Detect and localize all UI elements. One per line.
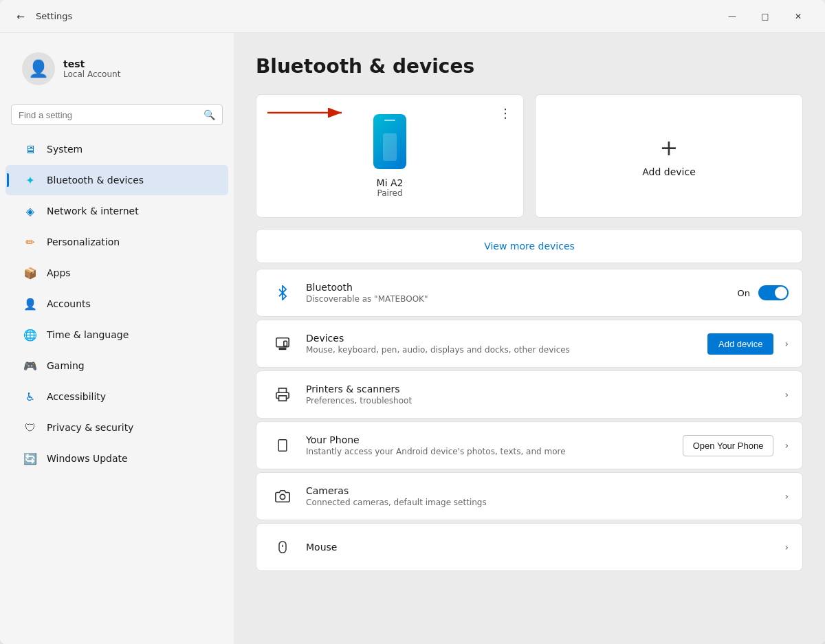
sidebar-label-bluetooth: Bluetooth & devices — [47, 175, 144, 186]
printers-chevron: › — [784, 389, 789, 400]
apps-icon: 📦 — [22, 265, 38, 281]
printers-subtitle: Preferences, troubleshoot — [306, 396, 779, 406]
svg-point-9 — [280, 494, 285, 499]
sidebar-label-personalization: Personalization — [47, 236, 120, 247]
mouse-row[interactable]: Mouse › — [256, 523, 803, 571]
sidebar-item-system[interactable]: 🖥 System — [6, 134, 228, 164]
sidebar-item-bluetooth[interactable]: ✦ Bluetooth & devices — [6, 165, 228, 195]
titlebar: ← Settings — □ ✕ — [0, 0, 825, 33]
time-icon: 🌐 — [22, 326, 38, 343]
bluetooth-setting-text: Bluetooth Discoverable as "MATEBOOK" — [306, 282, 738, 304]
user-profile[interactable]: 👤 test Local Account — [6, 36, 228, 96]
sidebar-item-gaming[interactable]: 🎮 Gaming — [6, 351, 228, 381]
add-icon: + — [660, 135, 679, 161]
mouse-chevron: › — [784, 542, 789, 553]
settings-window: ← Settings — □ ✕ 👤 test Local Account — [0, 0, 825, 644]
page-title: Bluetooth & devices — [256, 55, 803, 78]
search-box[interactable]: 🔍 — [11, 104, 223, 125]
bluetooth-toggle[interactable] — [758, 285, 789, 300]
open-phone-button[interactable]: Open Your Phone — [683, 435, 774, 456]
search-input[interactable] — [19, 110, 204, 120]
camera-icon — [270, 484, 295, 509]
cameras-chevron: › — [784, 491, 789, 502]
back-button[interactable]: ← — [11, 7, 30, 26]
phone-chevron: › — [784, 440, 789, 451]
network-icon: ◈ — [22, 203, 38, 219]
mouse-icon — [270, 535, 295, 559]
user-icon: 👤 — [28, 59, 49, 78]
svg-rect-6 — [279, 396, 287, 401]
sidebar-label-time: Time & language — [47, 329, 129, 340]
bluetooth-toggle-area: On — [738, 285, 789, 300]
arrow-indicator — [267, 103, 350, 122]
minimize-button[interactable]: — — [716, 5, 748, 27]
cameras-title: Cameras — [306, 485, 779, 496]
devices-chevron: › — [784, 338, 789, 349]
user-info: test Local Account — [63, 58, 120, 79]
toggle-knob — [775, 287, 787, 299]
svg-rect-5 — [284, 341, 287, 346]
user-account-type: Local Account — [63, 69, 120, 79]
sidebar-item-accessibility[interactable]: ♿ Accessibility — [6, 381, 228, 412]
sidebar-item-network[interactable]: ◈ Network & internet — [6, 196, 228, 226]
search-container: 🔍 — [0, 99, 234, 131]
add-device-label: Add device — [642, 166, 696, 177]
bluetooth-setting-icon — [270, 280, 295, 305]
bluetooth-row[interactable]: Bluetooth Discoverable as "MATEBOOK" On — [256, 269, 803, 317]
devices-action: Add device › — [707, 333, 789, 355]
sidebar-label-accessibility: Accessibility — [47, 391, 106, 402]
phone-row[interactable]: Your Phone Instantly access your Android… — [256, 421, 803, 469]
sidebar-item-privacy[interactable]: 🛡 Privacy & security — [6, 412, 228, 443]
mouse-setting-text: Mouse — [306, 542, 779, 553]
devices-row[interactable]: Devices Mouse, keyboard, pen, audio, dis… — [256, 320, 803, 368]
main-content: Bluetooth & devices — [234, 33, 825, 644]
bluetooth-subtitle: Discoverable as "MATEBOOK" — [306, 294, 738, 304]
privacy-icon: 🛡 — [22, 419, 38, 436]
close-button[interactable]: ✕ — [782, 5, 814, 27]
view-more-button[interactable]: View more devices — [256, 229, 803, 263]
personalization-icon: ✏ — [22, 234, 38, 250]
sidebar-item-personalization[interactable]: ✏ Personalization — [6, 227, 228, 257]
sidebar-item-time[interactable]: 🌐 Time & language — [6, 320, 228, 350]
user-name: test — [63, 58, 120, 69]
device-menu-button[interactable]: ⋮ — [496, 103, 515, 122]
view-more-label: View more devices — [484, 241, 575, 252]
content-area: 👤 test Local Account 🔍 🖥 System — [0, 33, 825, 644]
devices-title: Devices — [306, 333, 707, 344]
devices-icon — [270, 331, 295, 356]
device-cards: ⋮ Mi A2 Paired + Add device — [256, 94, 803, 218]
accounts-icon: 👤 — [22, 296, 38, 312]
accessibility-icon: ♿ — [22, 388, 38, 405]
cameras-setting-text: Cameras Connected cameras, default image… — [306, 485, 779, 507]
printers-title: Printers & scanners — [306, 384, 779, 395]
system-icon: 🖥 — [22, 141, 38, 157]
sidebar-label-network: Network & internet — [47, 206, 139, 216]
window-controls: — □ ✕ — [716, 5, 814, 27]
bluetooth-toggle-label: On — [738, 288, 750, 298]
printer-icon — [270, 382, 295, 407]
cameras-row[interactable]: Cameras Connected cameras, default image… — [256, 472, 803, 520]
gaming-icon: 🎮 — [22, 357, 38, 374]
devices-subtitle: Mouse, keyboard, pen, audio, displays an… — [306, 345, 707, 355]
sidebar-label-update: Windows Update — [47, 453, 128, 464]
sidebar-label-privacy: Privacy & security — [47, 422, 133, 433]
phone-subtitle: Instantly access your Android device's p… — [306, 447, 683, 456]
maximize-button[interactable]: □ — [749, 5, 781, 27]
mouse-title: Mouse — [306, 542, 779, 553]
bluetooth-title: Bluetooth — [306, 282, 738, 293]
sidebar-item-apps[interactable]: 📦 Apps — [6, 258, 228, 288]
printers-setting-text: Printers & scanners Preferences, trouble… — [306, 384, 779, 406]
sidebar-label-apps: Apps — [47, 267, 71, 278]
mi-a2-card[interactable]: ⋮ Mi A2 Paired — [256, 94, 524, 218]
printers-row[interactable]: Printers & scanners Preferences, trouble… — [256, 370, 803, 419]
devices-add-button[interactable]: Add device — [707, 333, 773, 355]
phone-action: Open Your Phone › — [683, 435, 789, 456]
add-device-card[interactable]: + Add device — [535, 94, 803, 218]
red-arrow-svg — [267, 103, 350, 122]
sidebar-item-update[interactable]: 🔄 Windows Update — [6, 443, 228, 474]
sidebar-item-accounts[interactable]: 👤 Accounts — [6, 289, 228, 319]
sidebar-label-gaming: Gaming — [47, 360, 85, 371]
search-icon: 🔍 — [204, 109, 215, 120]
sidebar-label-accounts: Accounts — [47, 298, 91, 309]
sidebar-label-system: System — [47, 144, 82, 155]
